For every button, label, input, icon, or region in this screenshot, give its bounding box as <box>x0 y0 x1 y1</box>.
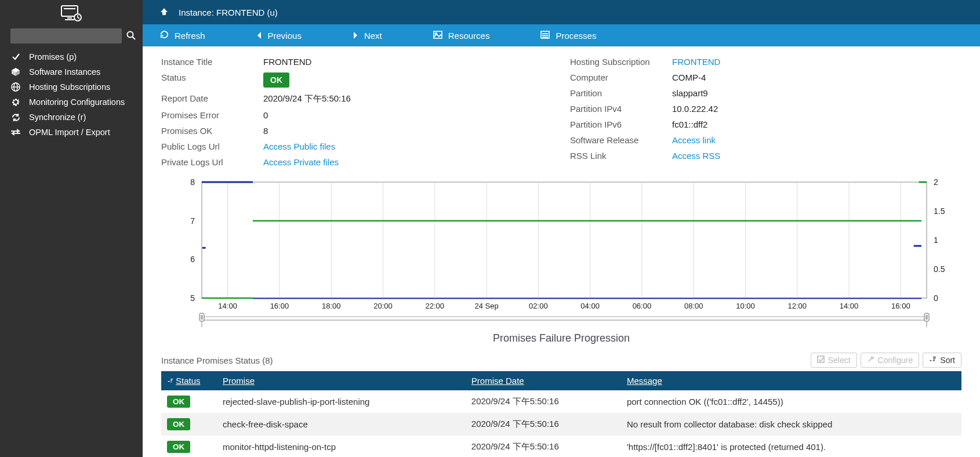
info-label: Partition <box>570 88 672 98</box>
refresh-button[interactable]: Refresh <box>160 30 205 41</box>
svg-rect-3 <box>65 19 74 20</box>
svg-text:14:00: 14:00 <box>218 302 237 310</box>
svg-rect-62 <box>202 320 927 327</box>
sidebar-item-label: Monitoring Configurations <box>29 97 125 107</box>
svg-line-6 <box>133 37 136 39</box>
info-value: 8 <box>263 126 268 136</box>
table-row[interactable]: OKmonitor-httpd-listening-on-tcp2020/9/2… <box>161 436 961 457</box>
table-caption: Instance Promises Status (8) <box>161 356 273 365</box>
info-label: Status <box>161 72 263 88</box>
svg-text:04:00: 04:00 <box>580 302 600 310</box>
search-icon[interactable] <box>126 31 136 42</box>
info-row: Public Logs UrlAccess Public files <box>161 142 553 151</box>
info-label: Partition IPv4 <box>570 104 672 114</box>
svg-text:1.5: 1.5 <box>934 206 945 216</box>
info-link[interactable]: Access link <box>672 135 716 145</box>
svg-text:08:00: 08:00 <box>684 302 703 310</box>
toolbar: Refresh Previous Next Resources Processe… <box>143 24 980 46</box>
svg-rect-66 <box>924 313 929 321</box>
info-label: Software Release <box>570 135 672 145</box>
sidebar-item-label: OPML Import / Export <box>29 128 110 137</box>
info-link[interactable]: Access Private files <box>263 157 339 167</box>
previous-button[interactable]: Previous <box>256 31 302 41</box>
configure-button[interactable]: Configure <box>861 353 920 368</box>
svg-text:2: 2 <box>934 177 938 187</box>
table-row[interactable]: OKrejected-slave-publish-ip-port-listeni… <box>161 390 961 413</box>
status-badge: OK <box>167 418 190 430</box>
info-label: RSS Link <box>570 151 672 161</box>
info-label: Promises Error <box>161 110 263 120</box>
svg-text:02:00: 02:00 <box>529 302 548 310</box>
select-button[interactable]: Select <box>811 353 857 368</box>
promises-chart: 14:0016:0018:0020:0022:0024 Sep02:0004:0… <box>161 176 961 344</box>
status-badge: OK <box>167 396 190 408</box>
gear-icon <box>10 97 21 107</box>
caret-right-icon <box>353 31 358 41</box>
col-status[interactable]: Status <box>161 371 217 390</box>
sidebar-item-opml-import-export[interactable]: OPML Import / Export <box>0 125 143 140</box>
check-icon <box>10 53 21 61</box>
checkbox-icon <box>817 356 825 365</box>
search-input[interactable] <box>10 28 122 43</box>
info-row: Hosting SubscriptionFRONTEND <box>570 57 961 67</box>
info-label: Hosting Subscription <box>570 57 672 67</box>
info-row: Software ReleaseAccess link <box>570 135 961 145</box>
info-right: Hosting SubscriptionFRONTENDComputerCOMP… <box>570 57 961 173</box>
svg-text:1: 1 <box>934 235 938 245</box>
promises-table: StatusPromisePromise DateMessage OKrejec… <box>161 371 961 457</box>
info-label: Private Logs Url <box>161 157 263 167</box>
info-value: FRONTEND <box>263 57 311 67</box>
info-row: Promises Error0 <box>161 110 553 120</box>
info-label: Instance Title <box>161 57 263 67</box>
svg-text:20:00: 20:00 <box>373 302 393 310</box>
sort-asc-icon <box>167 376 173 386</box>
sidebar-item-monitoring-configurations[interactable]: Monitoring Configurations <box>0 95 143 110</box>
info-row: Private Logs UrlAccess Private files <box>161 157 553 167</box>
svg-text:10:00: 10:00 <box>736 302 755 310</box>
info-value: slappart9 <box>672 88 708 98</box>
sort-icon <box>929 356 937 365</box>
sidebar-item-software-instances[interactable]: Software Instances <box>0 64 143 79</box>
info-left: Instance TitleFRONTENDStatusOKReport Dat… <box>161 57 553 173</box>
svg-text:5: 5 <box>190 293 195 303</box>
info-row: Report Date2020/9/24 下午5:50:16 <box>161 93 553 104</box>
info-link[interactable]: Access Public files <box>263 142 335 151</box>
next-button[interactable]: Next <box>353 31 382 41</box>
col-message[interactable]: Message <box>621 371 961 390</box>
processes-button[interactable]: Processes <box>540 31 596 41</box>
sidebar-item-promises-p[interactable]: Promises (p) <box>0 49 143 64</box>
info-value: fc01::dff2 <box>672 119 707 129</box>
info-link[interactable]: Access RSS <box>672 151 720 161</box>
sidebar-item-hosting-subscriptions[interactable]: Hosting Subscriptions <box>0 79 143 95</box>
info-value: 0 <box>263 110 268 120</box>
sidebar: Promises (p)Software InstancesHosting Su… <box>0 0 143 457</box>
main: Instance: FRONTEND (u) Refresh Previous … <box>143 0 980 457</box>
svg-text:16:00: 16:00 <box>270 302 289 310</box>
breadcrumb: Instance: FRONTEND (u) <box>143 0 980 24</box>
sidebar-item-label: Promises (p) <box>29 52 77 61</box>
resources-button[interactable]: Resources <box>433 31 490 41</box>
globe-icon <box>10 82 21 92</box>
sidebar-item-label: Software Instances <box>29 67 100 77</box>
sort-button[interactable]: Sort <box>923 353 961 368</box>
info-label: Public Logs Url <box>161 142 263 151</box>
svg-rect-16 <box>202 182 927 298</box>
svg-text:24 Sep: 24 Sep <box>474 302 498 310</box>
up-icon[interactable] <box>160 8 168 17</box>
info-label: Partition IPv6 <box>570 119 672 129</box>
col-promise-date[interactable]: Promise Date <box>466 371 621 390</box>
info-value: 2020/9/24 下午5:50:16 <box>263 93 351 103</box>
info-label: Report Date <box>161 93 263 104</box>
sidebar-item-synchronize-r[interactable]: Synchronize (r) <box>0 110 143 125</box>
info-row: StatusOK <box>161 72 553 88</box>
info-link[interactable]: FRONTEND <box>672 57 720 67</box>
table-row[interactable]: OKcheck-free-disk-space2020/9/24 下午5:50:… <box>161 413 961 436</box>
col-promise[interactable]: Promise <box>217 371 466 390</box>
swap-icon <box>10 128 21 136</box>
info-label: Promises OK <box>161 126 263 136</box>
cell-promise: check-free-disk-space <box>217 413 466 436</box>
refresh-icon <box>160 30 169 41</box>
sync-icon <box>10 113 21 122</box>
sidebar-item-label: Synchronize (r) <box>29 113 86 122</box>
info-row: RSS LinkAccess RSS <box>570 151 961 161</box>
